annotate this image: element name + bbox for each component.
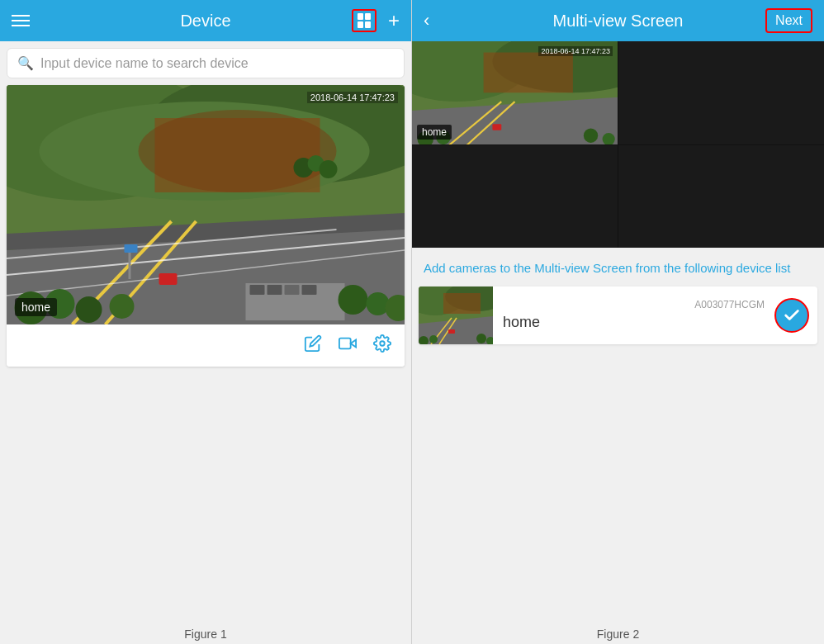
camera-actions [7,324,405,367]
device-thumbnail [419,286,493,344]
settings-icon[interactable] [373,334,391,357]
svg-rect-13 [159,273,178,285]
figure1-label: Figure 1 [0,621,411,644]
cell1-timestamp: 2018-06-14 17:47:23 [538,46,613,56]
instruction-text: Add cameras to the Multi-view Screen fro… [412,248,824,286]
svg-rect-32 [339,339,351,349]
device-id: A003077HCGM [503,299,765,310]
camera-preview: 2018-06-14 17:47:23 home [7,85,405,324]
header-icons: + [352,9,400,32]
svg-point-44 [584,129,598,143]
edit-icon[interactable] [304,334,322,357]
svg-rect-27 [125,244,138,253]
right-title: Multi-view Screen [553,12,684,31]
svg-rect-53 [448,329,455,334]
svg-point-23 [339,285,368,315]
left-panel: Device + 🔍 [0,0,412,644]
grid-cell-2[interactable] [618,41,824,144]
svg-rect-18 [302,285,317,295]
svg-point-22 [110,294,135,319]
grid-cell-3[interactable] [412,145,618,249]
svg-rect-49 [443,293,481,314]
left-title: Device [180,12,230,31]
device-list-item[interactable]: A003077HCGM home [419,286,817,344]
right-header: ‹ Multi-view Screen Next [412,0,824,41]
grid-view-button[interactable] [352,9,376,32]
cell1-label: home [417,125,452,140]
svg-point-21 [76,296,102,323]
menu-icon[interactable] [12,15,30,26]
search-input[interactable] [40,56,394,71]
device-check-button[interactable] [774,298,809,333]
svg-rect-41 [492,124,501,130]
camera-label: home [15,298,57,316]
multiview-grid: 2018-06-14 17:47:23 home [412,41,824,248]
camera-timestamp: 2018-06-14 17:47:23 [307,92,398,103]
svg-marker-31 [351,339,356,347]
add-device-button[interactable]: + [388,11,400,31]
svg-rect-16 [268,285,282,295]
search-bar: 🔍 [7,48,405,78]
svg-point-33 [380,341,385,346]
figure2-label: Figure 2 [412,621,824,644]
video-icon[interactable] [339,334,357,357]
grid-cell-1[interactable]: 2018-06-14 17:47:23 home [412,41,618,144]
svg-rect-15 [250,285,265,295]
back-icon[interactable]: ‹ [424,10,429,31]
device-name: home [503,314,765,331]
search-icon: 🔍 [17,55,34,71]
svg-point-55 [429,335,438,343]
svg-rect-37 [484,53,573,93]
next-button[interactable]: Next [765,8,812,33]
left-header: Device + [0,0,411,41]
camera-card: 2018-06-14 17:47:23 home [7,85,405,367]
svg-point-30 [320,160,338,178]
svg-rect-17 [285,285,300,295]
device-info: A003077HCGM home [493,294,774,336]
grid-cell-4[interactable] [618,145,824,249]
svg-point-56 [476,334,486,343]
right-panel: ‹ Multi-view Screen Next [412,0,824,644]
svg-point-5 [139,110,337,192]
